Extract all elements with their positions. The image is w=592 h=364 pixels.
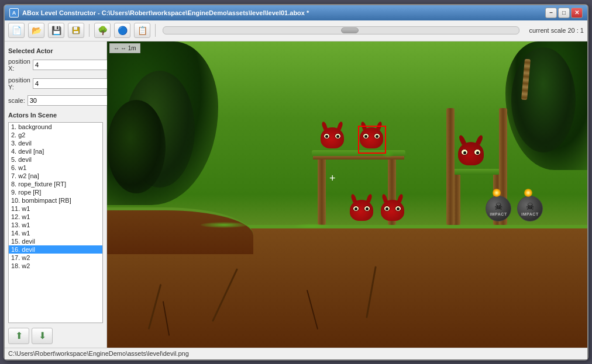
maximize-button[interactable]: □ [558, 8, 570, 18]
position-x-label: position X: [8, 58, 30, 72]
actors-list-item-18[interactable]: 18. w2 [9, 262, 102, 270]
actors-list-item-16[interactable]: 16. devil [9, 245, 102, 254]
actors-list[interactable]: 1. background2. g23. devil4. devil [na]5… [8, 122, 103, 323]
scale-row: scale: [8, 95, 103, 106]
new-button[interactable]: 📄 [8, 23, 25, 38]
bomb-2: ☠ IMPACT [517, 196, 543, 221]
title-bar: A ABox Level Constructor - C:\Users\Robe… [5, 5, 587, 20]
monster-2-selected[interactable] [360, 127, 384, 151]
title-bar-buttons: – □ ✕ [545, 8, 583, 18]
open-button[interactable]: 📂 [28, 23, 44, 38]
sidebar-buttons: ⬆ ⬇ [8, 328, 103, 344]
actors-list-item-9[interactable]: 9. rope [R] [9, 188, 102, 196]
copy-button[interactable]: 📋 [134, 23, 150, 38]
save-as-button[interactable] [68, 23, 84, 38]
toolbar-separator [89, 24, 90, 37]
grass-1 [201, 222, 247, 228]
game-canvas[interactable]: ☠ IMPACT ☠ IMPACT + ↔ [107, 41, 587, 348]
actors-list-item-4[interactable]: 4. devil [na] [9, 147, 102, 155]
tree-right-2 [511, 47, 576, 152]
position-x-input[interactable] [33, 60, 118, 70]
tree-button[interactable]: 🌳 [94, 23, 111, 38]
horizontal-scrollbar[interactable] [163, 26, 519, 34]
scale-label: current scale 20 : 1 [529, 27, 584, 34]
actors-list-item-8[interactable]: 8. rope_fixture [RT] [9, 180, 102, 188]
position-y-input[interactable] [33, 78, 118, 89]
actors-list-item-5[interactable]: 5. devil [9, 155, 102, 164]
position-y-row: position Y: [8, 77, 103, 91]
svg-rect-2 [74, 31, 78, 33]
main-window: A ABox Level Constructor - C:\Users\Robe… [4, 4, 588, 360]
sidebar: Selected Actor position X: position Y: s… [5, 41, 107, 348]
status-path: C:\Users\Robert\workspace\EngineDemo\ass… [8, 350, 189, 357]
actors-list-item-6[interactable]: 6. w1 [9, 164, 102, 172]
scale-input[interactable] [27, 95, 113, 106]
monster-5 [458, 142, 485, 168]
actors-list-item-3[interactable]: 3. devil [9, 139, 102, 147]
actors-list-item-13[interactable]: 13. w1 [9, 221, 102, 229]
actors-label: Actors In Scene [8, 112, 103, 119]
scrollbar-thumb[interactable] [341, 27, 359, 33]
toolbar-separator-2 [155, 24, 156, 37]
ruler-arrows: ↔ [113, 45, 119, 51]
actors-list-item-2[interactable]: 2. g2 [9, 131, 102, 139]
scale-field-label: scale: [8, 97, 25, 104]
toolbar: 📄 📂 💾 🌳 🔵 📋 current scale 20 : 1 [5, 20, 587, 41]
app-icon: A [9, 8, 19, 18]
save-button[interactable]: 💾 [48, 23, 64, 38]
monster-3 [350, 200, 374, 223]
monster-4 [381, 200, 405, 223]
minimize-button[interactable]: – [545, 8, 557, 18]
grass-2 [294, 224, 329, 228]
selected-actor-label: Selected Actor [8, 47, 103, 54]
move-up-button[interactable]: ⬆ [8, 328, 29, 344]
actors-list-item-11[interactable]: 11. w1 [9, 204, 102, 213]
actors-list-item-15[interactable]: 15. devil [9, 237, 102, 245]
actors-list-item-1[interactable]: 1. background [9, 123, 102, 131]
actors-list-item-7[interactable]: 7. w2 [na] [9, 172, 102, 180]
post-1 [318, 155, 326, 225]
status-bar: C:\Users\Robert\workspace\EngineDemo\ass… [5, 348, 587, 359]
move-down-button[interactable]: ⬇ [32, 328, 53, 344]
window-title: ABox Level Constructor - C:\Users\Robert… [22, 9, 309, 16]
actors-list-item-10[interactable]: 10. bombimpact [RB] [9, 196, 102, 204]
position-x-row: position X: [8, 58, 103, 72]
bomb-1: ☠ IMPACT [486, 196, 511, 221]
tree-left-3 [107, 100, 166, 193]
balloon-button[interactable]: 🔵 [114, 23, 130, 38]
actors-list-item-17[interactable]: 17. w2 [9, 254, 102, 262]
main-content: Selected Actor position X: position Y: s… [5, 41, 587, 348]
ruler-label: ↔ 1m [121, 45, 136, 51]
close-button[interactable]: ✕ [571, 8, 583, 18]
actors-list-item-14[interactable]: 14. w1 [9, 229, 102, 237]
game-scene: ☠ IMPACT ☠ IMPACT + ↔ [107, 41, 587, 348]
ruler: ↔ ↔ 1m [109, 43, 140, 53]
actors-list-item-12[interactable]: 12. w1 [9, 213, 102, 221]
platform-top-2 [448, 169, 506, 175]
post-5 [446, 108, 455, 225]
position-y-label: position Y: [8, 77, 30, 91]
title-bar-left: A ABox Level Constructor - C:\Users\Robe… [9, 8, 309, 18]
svg-rect-1 [74, 27, 77, 30]
monster-1 [321, 127, 345, 151]
